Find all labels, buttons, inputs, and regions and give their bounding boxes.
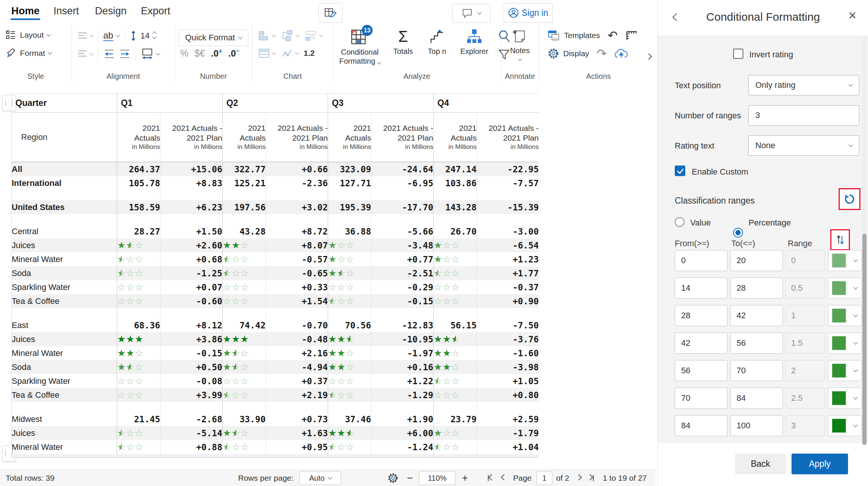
actuals-cell[interactable]: 74.42 (223, 318, 266, 332)
first-page-button[interactable] (488, 470, 494, 486)
range-color-dropdown[interactable] (828, 415, 862, 436)
range-color-dropdown[interactable] (828, 388, 862, 409)
region-cell[interactable]: Mineral Water (12, 252, 117, 266)
plan-delta-cell[interactable]: -7.57 (477, 176, 539, 190)
rating-cell[interactable]: ☆★☆☆ (223, 388, 266, 402)
actuals-cell[interactable]: 36.88 (328, 224, 371, 238)
plan-column-header[interactable]: 2021 Actuals - 2021 Planin Millions (160, 113, 223, 162)
conditional-formatting-button[interactable]: 13 Conditional Formatting (336, 28, 384, 66)
rating-cell[interactable]: ★★☆★ (328, 426, 371, 440)
plan-delta-cell[interactable]: -1.97 (371, 346, 434, 360)
actuals-column-header[interactable]: 2021 Actualsin Millions (434, 113, 477, 162)
table-settings-gear-icon[interactable] (387, 472, 399, 484)
cloud-upload-icon[interactable] (614, 48, 628, 59)
tab-design[interactable]: Design (95, 5, 127, 17)
rating-cell[interactable]: ★☆☆ (328, 238, 371, 252)
rating-cell[interactable]: ☆☆☆ (434, 294, 477, 308)
rows-per-page-dropdown[interactable]: Auto (300, 471, 341, 485)
range-from-input[interactable]: 0 (675, 250, 727, 271)
plan-delta-cell[interactable]: +3.02 (266, 200, 328, 214)
range-from-input[interactable]: 28 (675, 305, 727, 326)
plan-delta-cell[interactable]: -0.15 (160, 346, 223, 360)
rating-cell[interactable]: ★☆★☆ (328, 266, 371, 280)
comment-button[interactable] (452, 4, 491, 23)
apply-button[interactable]: Apply (792, 454, 848, 474)
region-cell[interactable]: Soda (12, 360, 117, 374)
plan-delta-cell[interactable]: +6.00 (371, 426, 434, 440)
actuals-cell[interactable]: 125.21 (223, 176, 266, 190)
range-to-input[interactable]: 20 (730, 250, 783, 271)
actuals-column-header[interactable]: 2021 Actualsin Millions (328, 113, 371, 162)
format-button[interactable]: Format (5, 48, 52, 59)
actuals-cell[interactable]: 56.15 (434, 318, 477, 332)
region-cell[interactable]: Sparkling Water (12, 280, 117, 294)
range-color-dropdown[interactable] (828, 250, 862, 271)
region-cell[interactable]: Juices (12, 332, 117, 346)
plan-delta-cell[interactable]: +3.86 (160, 332, 223, 346)
actuals-cell[interactable]: 21.45 (117, 412, 160, 426)
actuals-cell[interactable]: 322.77 (223, 162, 266, 176)
plan-delta-cell[interactable]: -0.60 (160, 294, 223, 308)
actuals-cell[interactable]: 68.36 (117, 318, 160, 332)
layout-button[interactable]: Layout (5, 29, 50, 41)
plan-delta-cell[interactable]: +8.12 (160, 318, 223, 332)
plan-delta-cell[interactable]: -0.48 (266, 332, 328, 346)
actuals-cell[interactable]: 37.46 (328, 412, 371, 426)
plan-delta-cell[interactable]: +0.90 (477, 294, 539, 308)
plan-delta-cell[interactable]: -0.29 (371, 280, 434, 294)
plan-delta-cell[interactable]: -5.14 (160, 426, 223, 440)
indent-icon[interactable] (119, 49, 131, 59)
align-text-button[interactable] (77, 31, 93, 41)
plan-delta-cell[interactable]: +0.77 (371, 252, 434, 266)
actuals-cell[interactable]: 105.78 (117, 176, 160, 190)
plan-delta-cell[interactable]: +1.54 (266, 294, 328, 308)
plan-delta-cell[interactable]: -3.98 (477, 360, 539, 374)
abbreviate-button[interactable]: ab (103, 31, 119, 41)
quarter-column-Q3[interactable]: Q3 (328, 94, 434, 113)
plan-delta-cell[interactable]: -22.95 (477, 162, 539, 176)
increase-decimals-button[interactable]: .0+ (211, 48, 222, 59)
rating-cell[interactable]: ☆☆☆ (223, 294, 266, 308)
value-radio[interactable] (675, 217, 685, 227)
plan-delta-cell[interactable]: +15.06 (160, 162, 223, 176)
plan-delta-cell[interactable]: -10.95 (371, 332, 434, 346)
plan-delta-cell[interactable]: +1.63 (266, 426, 328, 440)
plan-delta-cell[interactable]: +0.88 (160, 440, 223, 454)
plan-delta-cell[interactable]: -6.95 (371, 176, 434, 190)
rating-cell[interactable]: ★☆☆ (328, 252, 371, 266)
decrease-decimals-button[interactable]: .0− (228, 48, 240, 59)
totals-button[interactable]: Σ Totals (389, 28, 417, 56)
align-text-button-2[interactable] (77, 49, 93, 59)
column-width-button[interactable] (141, 48, 159, 60)
plan-delta-cell[interactable]: -1.79 (477, 426, 539, 440)
page-number-input[interactable]: 1 (536, 471, 552, 485)
range-to-input[interactable]: 56 (730, 333, 783, 354)
plan-delta-cell[interactable]: -3.76 (477, 332, 539, 346)
plan-delta-cell[interactable]: -7.50 (477, 318, 539, 332)
tab-home[interactable]: Home (11, 5, 40, 17)
plan-delta-cell[interactable]: -0.08 (160, 374, 223, 388)
rating-cell[interactable]: ★☆☆ (434, 238, 477, 252)
range-to-input[interactable]: 70 (730, 360, 783, 381)
plan-delta-cell[interactable]: +2.27 (477, 454, 539, 458)
rating-cell[interactable]: ★☆★☆ (223, 360, 266, 374)
zoom-out-button[interactable]: − (407, 470, 413, 486)
plan-delta-cell[interactable]: -1.29 (371, 388, 434, 402)
rating-cell[interactable]: ☆☆☆ (223, 374, 266, 388)
invert-rating-checkbox[interactable] (733, 49, 743, 59)
rating-cell[interactable]: ★★★ (117, 332, 160, 346)
plan-delta-cell[interactable]: +1.04 (477, 440, 539, 454)
font-size-value[interactable]: 14 (141, 31, 150, 41)
rating-cell[interactable]: ☆★☆☆ (223, 266, 266, 280)
plan-delta-cell[interactable]: -1.25 (160, 266, 223, 280)
panel-scrollbar-thumb[interactable] (862, 234, 866, 445)
rating-cell[interactable]: ★★☆★ (434, 332, 477, 346)
actuals-cell[interactable]: 23.79 (434, 412, 477, 426)
plan-delta-cell[interactable]: -0.57 (266, 252, 328, 266)
plan-delta-cell[interactable]: -0.37 (477, 280, 539, 294)
sign-in-button[interactable]: Sign in (504, 3, 553, 23)
ruler-icon[interactable] (625, 29, 638, 41)
plan-delta-cell[interactable]: +2.60 (160, 238, 223, 252)
tab-insert[interactable]: Insert (53, 5, 79, 17)
previous-page-button[interactable] (502, 470, 506, 486)
